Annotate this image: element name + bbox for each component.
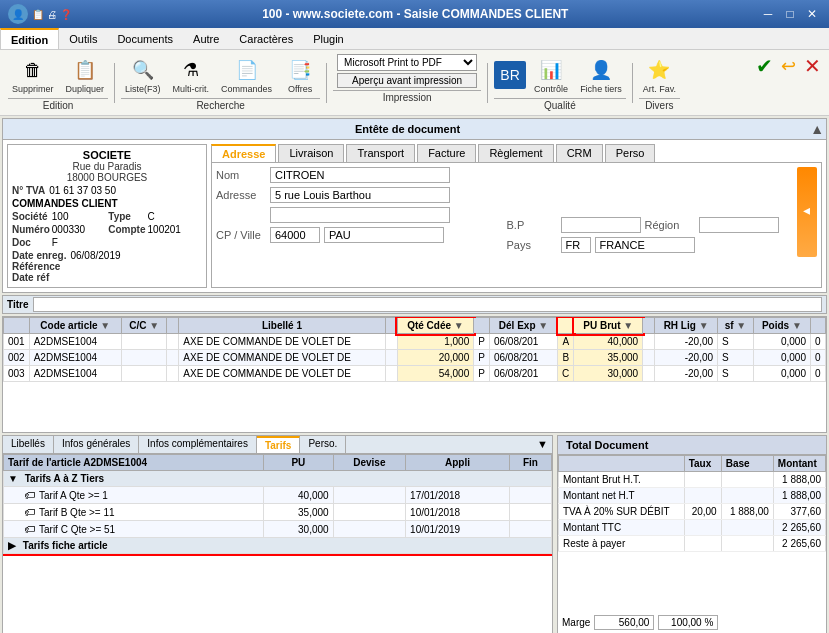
ville-input[interactable] (324, 227, 444, 243)
cell-code: A2DMSE1004 (29, 334, 121, 350)
doc-header-body: SOCIETE Rue du Paradis 18000 BOURGES N° … (3, 140, 826, 292)
menu-caracteres[interactable]: Caractères (229, 28, 303, 49)
cell-poids: 0,000 (753, 350, 810, 366)
offres-label: Offres (288, 84, 312, 94)
recherche-buttons: 🔍 Liste(F3) ⚗ Multi-crit. 📄 Commandes 📑 … (121, 54, 320, 96)
tarif-col-fin: Fin (509, 455, 551, 471)
titre-input[interactable] (33, 297, 823, 312)
cp-input[interactable] (270, 227, 320, 243)
marge-value-input[interactable] (594, 615, 654, 630)
confirm-icon[interactable]: ✔ (756, 54, 773, 78)
supprimer-icon: 🗑 (19, 56, 47, 84)
multicrit-button[interactable]: ⚗ Multi-crit. (169, 54, 214, 96)
tab-perso[interactable]: Perso. (300, 436, 346, 453)
apercu-button[interactable]: Aperçu avant impression (337, 73, 477, 88)
title-bar-text: 100 - www.societe.com - Saisie COMMANDES… (72, 7, 759, 21)
commandes-button[interactable]: 📄 Commandes (217, 54, 276, 96)
commandes-label: Commandes (221, 84, 272, 94)
tab-facture[interactable]: Facture (417, 144, 476, 162)
minimize-button[interactable]: ─ (759, 7, 777, 21)
cell-cc (121, 350, 166, 366)
total-col-montant: Montant (773, 456, 825, 472)
tab-perso[interactable]: Perso (605, 144, 656, 162)
cell-last: 0 (811, 350, 826, 366)
tab-libelles[interactable]: Libellés (3, 436, 54, 453)
tab-livraison[interactable]: Livraison (278, 144, 344, 162)
tarif-item-row[interactable]: 🏷Tarif B Qte >= 11 35,000 10/01/2018 (4, 504, 552, 521)
total-row-taux: 20,00 (684, 504, 721, 520)
cell-del: 06/08/201 (489, 334, 557, 350)
pays-name-input[interactable] (595, 237, 695, 253)
total-table: Taux Base Montant Montant Brut H.T. 1 88… (558, 455, 826, 552)
cell-sf: S (718, 366, 754, 382)
total-row-base (721, 520, 773, 536)
nom-input[interactable] (270, 167, 450, 183)
liste-label: Liste(F3) (125, 84, 161, 94)
adresse-input[interactable] (270, 187, 450, 203)
table-row[interactable]: 003 A2DMSE1004 AXE DE COMMANDE DE VOLET … (4, 366, 826, 382)
side-orange-bar[interactable]: ▶ (797, 167, 817, 257)
total-panel: Total Document Taux Base Montant Montant… (557, 435, 827, 633)
menu-autre[interactable]: Autre (183, 28, 229, 49)
menu-documents[interactable]: Documents (107, 28, 183, 49)
tab-reglement[interactable]: Règlement (478, 144, 553, 162)
cancel-icon[interactable]: ✕ (804, 54, 821, 78)
tarif-item-pu: 30,000 (264, 521, 334, 538)
tarif-group-row[interactable]: ▶ Tarifs fiche article (4, 538, 552, 554)
cell-lib: AXE DE COMMANDE DE VOLET DE (179, 334, 385, 350)
supprimer-button[interactable]: 🗑 Supprimer (8, 54, 58, 96)
cell-rh-empty (643, 366, 655, 382)
marge-pct-input[interactable] (658, 615, 718, 630)
tarif-group-row[interactable]: ▼ Tarifs A à Z Tiers (4, 471, 552, 487)
toolbar: 🗑 Supprimer 📋 Dupliquer Edition 🔍 Liste(… (0, 50, 829, 116)
printer-select[interactable]: Microsoft Print to PDF (337, 54, 477, 71)
tarifs-expand-btn[interactable]: ▼ (533, 436, 552, 453)
menu-outils[interactable]: Outils (59, 28, 107, 49)
tva-label: N° TVA (12, 185, 45, 196)
offres-button[interactable]: 📑 Offres (280, 54, 320, 96)
menu-edition[interactable]: Edition (0, 28, 59, 49)
bp-input[interactable] (561, 217, 641, 233)
tab-infos-comp[interactable]: Infos complémentaires (139, 436, 257, 453)
tarif-item-row[interactable]: 🏷Tarif A Qte >= 1 40,000 17/01/2018 (4, 487, 552, 504)
total-row-taux (684, 488, 721, 504)
tarif-item-name: 🏷Tarif B Qte >= 11 (4, 504, 264, 521)
col-pu: PU Brut ▼ (574, 318, 643, 334)
controle-button[interactable]: 📊 Contrôle (530, 54, 572, 96)
tab-transport[interactable]: Transport (346, 144, 415, 162)
tab-crm[interactable]: CRM (556, 144, 603, 162)
table-row[interactable]: 001 A2DMSE1004 AXE DE COMMANDE DE VOLET … (4, 334, 826, 350)
toolbar-group-qualite: BR 📊 Contrôle 👤 Fiche tiers Qualité (494, 54, 626, 111)
fiche-tiers-icon: 👤 (587, 56, 615, 84)
tab-adresse[interactable]: Adresse (211, 144, 276, 162)
back-icon[interactable]: ↩ (781, 55, 796, 77)
action-icons: ✔ ↩ ✕ (756, 54, 821, 78)
total-col-taux: Taux (684, 456, 721, 472)
tarif-item-pu: 40,000 (264, 487, 334, 504)
maximize-button[interactable]: □ (781, 7, 799, 21)
titre-label: Titre (7, 299, 29, 310)
col-flag (167, 318, 179, 334)
total-row-taux (684, 472, 721, 488)
region-input[interactable] (699, 217, 779, 233)
sep2 (326, 63, 327, 103)
tab-infos-gen[interactable]: Infos générales (54, 436, 139, 453)
tab-tarifs[interactable]: Tarifs (257, 436, 301, 453)
adresse2-input[interactable] (270, 207, 450, 223)
pays-code-input[interactable] (561, 237, 591, 253)
collapse-button[interactable]: ▲ (810, 121, 824, 137)
title-bar: 👤 📋 🖨 ❓ 100 - www.societe.com - Saisie C… (0, 0, 829, 28)
tarif-item-appli: 17/01/2018 (406, 487, 510, 504)
window-controls: ─ □ ✕ (759, 7, 821, 21)
menu-plugin[interactable]: Plugin (303, 28, 354, 49)
tarif-item-row[interactable]: 🏷Tarif C Qte >= 51 30,000 10/01/2019 (4, 521, 552, 538)
cell-poids: 0,000 (753, 334, 810, 350)
artfav-button[interactable]: ⭐ Art. Fav. (639, 54, 680, 96)
liste-button[interactable]: 🔍 Liste(F3) (121, 54, 165, 96)
fiche-tiers-button[interactable]: 👤 Fiche tiers (576, 54, 626, 96)
tarif-item-devise (333, 521, 405, 538)
close-button[interactable]: ✕ (803, 7, 821, 21)
table-row[interactable]: 002 A2DMSE1004 AXE DE COMMANDE DE VOLET … (4, 350, 826, 366)
dupliquer-button[interactable]: 📋 Dupliquer (62, 54, 109, 96)
total-row: Montant Brut H.T. 1 888,00 (559, 472, 826, 488)
